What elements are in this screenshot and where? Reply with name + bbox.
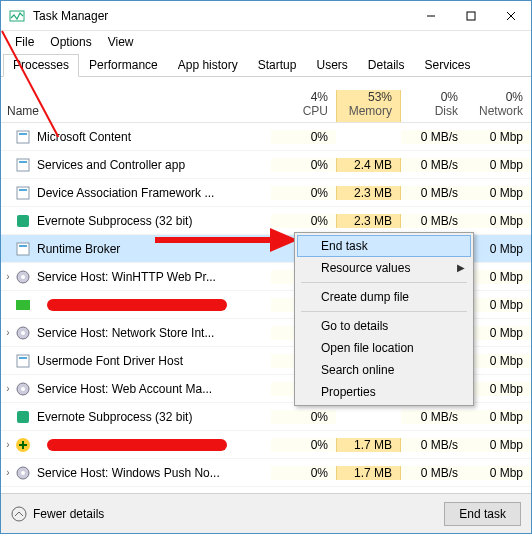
submenu-arrow-icon: ▶ (457, 262, 465, 273)
fewer-details-button[interactable]: Fewer details (11, 506, 444, 522)
cell-network: 0 Mbp (466, 158, 531, 172)
minimize-icon (426, 11, 436, 21)
cell-disk: 0 MB/s (401, 410, 466, 424)
cell-memory: 1.7 MB (336, 438, 401, 452)
context-menu: End task Resource values▶ Create dump fi… (294, 232, 474, 406)
annotation-redaction (47, 439, 227, 451)
window-title: Task Manager (33, 9, 411, 23)
cell-disk: 0 MB/s (401, 186, 466, 200)
end-task-button[interactable]: End task (444, 502, 521, 526)
expand-toggle[interactable]: › (1, 271, 15, 282)
cell-disk: 0 MB/s (401, 214, 466, 228)
svg-rect-8 (19, 161, 27, 163)
expand-toggle[interactable]: › (1, 383, 15, 394)
col-memory[interactable]: 53%Memory (336, 90, 401, 122)
process-name: Runtime Broker (37, 242, 271, 256)
svg-rect-9 (17, 187, 29, 199)
tab-startup[interactable]: Startup (248, 54, 307, 77)
menu-view[interactable]: View (100, 33, 142, 51)
tab-bar: ProcessesPerformanceApp historyStartupUs… (1, 53, 531, 77)
expand-toggle[interactable]: › (1, 467, 15, 478)
fewer-details-label: Fewer details (33, 507, 104, 521)
tab-users[interactable]: Users (306, 54, 357, 77)
svg-rect-16 (16, 300, 30, 310)
cell-network: 0 Mbp (466, 382, 531, 396)
ctx-search-online[interactable]: Search online (297, 359, 471, 381)
svg-rect-5 (17, 131, 29, 143)
process-name: Service Host: Network Store Int... (37, 326, 271, 340)
process-row[interactable]: ›Service Host: Windows Push No...0%1.7 M… (1, 459, 531, 487)
maximize-button[interactable] (451, 2, 491, 30)
svg-rect-13 (19, 245, 27, 247)
ctx-go-details[interactable]: Go to details (297, 315, 471, 337)
titlebar: Task Manager (1, 1, 531, 31)
cell-cpu: 0% (271, 438, 336, 452)
cell-disk: 0 MB/s (401, 466, 466, 480)
svg-rect-7 (17, 159, 29, 171)
cell-network: 0 Mbp (466, 354, 531, 368)
cell-network: 0 Mbp (466, 326, 531, 340)
minimize-button[interactable] (411, 2, 451, 30)
ctx-open-location[interactable]: Open file location (297, 337, 471, 359)
process-row[interactable]: Device Association Framework ...0%2.3 MB… (1, 179, 531, 207)
svg-rect-20 (19, 357, 27, 359)
col-network[interactable]: 0%Network (466, 90, 531, 122)
svg-rect-11 (17, 215, 29, 227)
cell-cpu: 0% (271, 130, 336, 144)
svg-point-18 (21, 331, 25, 335)
cell-cpu: 0% (271, 214, 336, 228)
process-name: Service Host: Web Account Ma... (37, 382, 271, 396)
svg-rect-10 (19, 189, 27, 191)
ctx-properties[interactable]: Properties (297, 381, 471, 403)
cell-disk: 0 MB/s (401, 158, 466, 172)
process-name: Evernote Subprocess (32 bit) (37, 410, 271, 424)
svg-point-15 (21, 275, 25, 279)
cell-memory: 2.3 MB (336, 214, 401, 228)
cell-network: 0 Mbp (466, 186, 531, 200)
cell-disk: 0 MB/s (401, 438, 466, 452)
cell-network: 0 Mbp (466, 410, 531, 424)
cell-memory: 2.4 MB (336, 158, 401, 172)
ctx-resource-values[interactable]: Resource values▶ (297, 257, 471, 279)
ctx-separator (301, 311, 467, 312)
svg-point-22 (21, 387, 25, 391)
column-headers: Name 4%CPU 53%Memory 0%Disk 0%Network (1, 77, 531, 123)
svg-rect-6 (19, 133, 27, 135)
expand-toggle[interactable]: › (1, 439, 15, 450)
cell-disk: 0 MB/s (401, 130, 466, 144)
cell-network: 0 Mbp (466, 130, 531, 144)
maximize-icon (466, 11, 476, 21)
col-cpu[interactable]: 4%CPU (271, 90, 336, 122)
col-disk[interactable]: 0%Disk (401, 90, 466, 122)
process-row[interactable]: Evernote Subprocess (32 bit)0%0 MB/s0 Mb… (1, 403, 531, 431)
process-name: Service Host: WinHTTP Web Pr... (37, 270, 271, 284)
close-button[interactable] (491, 2, 531, 30)
ctx-end-task[interactable]: End task (297, 235, 471, 257)
tab-services[interactable]: Services (415, 54, 481, 77)
svg-point-29 (12, 507, 26, 521)
svg-rect-23 (17, 411, 29, 423)
cell-memory: 1.7 MB (336, 466, 401, 480)
tab-app-history[interactable]: App history (168, 54, 248, 77)
process-row[interactable]: Evernote Subprocess (32 bit)0%2.3 MB0 MB… (1, 207, 531, 235)
tab-performance[interactable]: Performance (79, 54, 168, 77)
cell-network: 0 Mbp (466, 270, 531, 284)
ctx-create-dump[interactable]: Create dump file (297, 286, 471, 308)
tab-details[interactable]: Details (358, 54, 415, 77)
cell-network: 0 Mbp (466, 438, 531, 452)
expand-toggle[interactable]: › (1, 327, 15, 338)
cell-network: 0 Mbp (466, 214, 531, 228)
process-name: Services and Controller app (37, 158, 271, 172)
cell-cpu: 0% (271, 186, 336, 200)
process-row[interactable]: Services and Controller app0%2.4 MB0 MB/… (1, 151, 531, 179)
chevron-up-circle-icon (11, 506, 27, 522)
process-row[interactable]: Microsoft Content0%0 MB/s0 Mbp (1, 123, 531, 151)
annotation-redaction (47, 299, 227, 311)
ctx-separator (301, 282, 467, 283)
cell-network: 0 Mbp (466, 466, 531, 480)
menu-options[interactable]: Options (42, 33, 99, 51)
app-icon (9, 8, 25, 24)
cell-cpu: 0% (271, 410, 336, 424)
svg-rect-19 (17, 355, 29, 367)
process-name: Usermode Font Driver Host (37, 354, 271, 368)
